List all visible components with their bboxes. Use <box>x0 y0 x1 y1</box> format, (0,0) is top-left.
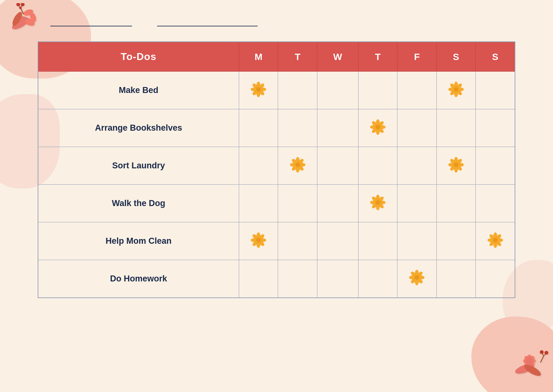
svg-point-47 <box>456 88 457 89</box>
svg-point-75 <box>297 165 298 166</box>
cell-row0-day5 <box>436 72 475 109</box>
svg-point-86 <box>456 163 457 164</box>
task-name-2: Sort Laundry <box>38 147 239 185</box>
cell-row1-day2 <box>317 109 358 147</box>
cell-row4-day5 <box>436 222 475 260</box>
reward-chart-table: To-Dos M T W T F S S Make Bed <box>38 41 515 298</box>
cell-row2-day1 <box>278 147 317 185</box>
cell-row1-day1 <box>278 109 317 147</box>
cell-row0-day0 <box>239 72 278 109</box>
svg-point-99 <box>377 201 378 202</box>
svg-line-19 <box>540 356 544 362</box>
svg-point-88 <box>455 165 456 166</box>
table-row: Walk the Dog <box>38 185 515 222</box>
main-content: To-Dos M T W T F S S Make Bed <box>0 0 553 317</box>
cell-row2-day5 <box>436 147 475 185</box>
task-name-5: Do Homework <box>38 260 239 298</box>
cell-row4-day6 <box>476 222 515 260</box>
svg-point-111 <box>256 238 260 242</box>
header-sunday: S <box>476 42 515 72</box>
cell-row0-day1 <box>278 72 317 109</box>
svg-point-125 <box>495 239 496 240</box>
table-row: Make Bed <box>38 72 515 109</box>
svg-point-61 <box>378 127 379 128</box>
svg-point-23 <box>545 351 548 355</box>
svg-point-113 <box>259 240 260 241</box>
cell-row2-day6 <box>476 147 515 185</box>
cell-row1-day3 <box>358 109 397 147</box>
table-header-row: To-Dos M T W T F S S <box>38 42 515 72</box>
cell-row2-day3 <box>358 147 397 185</box>
svg-point-101 <box>377 202 378 203</box>
svg-point-98 <box>376 200 380 204</box>
svg-point-49 <box>455 89 456 90</box>
svg-point-85 <box>454 163 458 167</box>
cell-row5-day6 <box>476 260 515 298</box>
header-monday: M <box>239 42 278 72</box>
cell-row5-day5 <box>436 260 475 298</box>
cell-row2-day0 <box>239 147 278 185</box>
svg-point-124 <box>493 238 497 242</box>
table-row: Help Mom Clean <box>38 222 515 260</box>
svg-point-100 <box>378 202 379 203</box>
svg-point-59 <box>376 125 380 129</box>
cell-row0-day2 <box>317 72 358 109</box>
svg-point-60 <box>377 126 378 127</box>
cell-row4-day0 <box>239 222 278 260</box>
svg-point-87 <box>456 165 457 166</box>
svg-point-34 <box>258 88 259 89</box>
cell-row5-day4 <box>397 260 436 298</box>
svg-point-36 <box>257 89 258 90</box>
cell-row3-day6 <box>476 185 515 222</box>
svg-point-112 <box>258 239 259 240</box>
table-row: Do Homework <box>38 260 515 298</box>
cell-row1-day4 <box>397 109 436 147</box>
svg-point-48 <box>456 89 457 90</box>
task-name-1: Arrange Bookshelves <box>38 109 239 147</box>
cell-row4-day2 <box>317 222 358 260</box>
flower-decoration-bottom-right <box>509 344 550 389</box>
svg-point-137 <box>415 275 419 280</box>
cell-row3-day4 <box>397 185 436 222</box>
cell-row4-day1 <box>278 222 317 260</box>
svg-point-33 <box>256 87 260 91</box>
table-row: Sort Laundry <box>38 147 515 185</box>
cell-row5-day0 <box>239 260 278 298</box>
cell-row3-day5 <box>436 185 475 222</box>
svg-point-72 <box>296 163 300 167</box>
cell-row1-day5 <box>436 109 475 147</box>
task-name-0: Make Bed <box>38 72 239 109</box>
cell-row4-day3 <box>358 222 397 260</box>
svg-point-74 <box>298 165 299 166</box>
reward-underline <box>157 26 258 26</box>
cell-row0-day4 <box>397 72 436 109</box>
cell-row0-day3 <box>358 72 397 109</box>
svg-point-73 <box>297 163 298 164</box>
cell-row4-day4 <box>397 222 436 260</box>
cell-row1-day6 <box>476 109 515 147</box>
cell-row5-day2 <box>317 260 358 298</box>
cell-row3-day0 <box>239 185 278 222</box>
belongs-underline <box>50 26 132 26</box>
cell-row5-day3 <box>358 260 397 298</box>
header-todos: To-Dos <box>38 42 239 72</box>
task-name-4: Help Mom Clean <box>38 222 239 260</box>
svg-point-16 <box>526 357 533 365</box>
cell-row3-day3 <box>358 185 397 222</box>
cell-row5-day1 <box>278 260 317 298</box>
header-tuesday: T <box>278 42 317 72</box>
svg-point-62 <box>377 127 378 128</box>
cell-row2-day4 <box>397 147 436 185</box>
table-row: Arrange Bookshelves <box>38 109 515 147</box>
cell-row0-day6 <box>476 72 515 109</box>
svg-point-46 <box>454 87 458 91</box>
cell-row3-day2 <box>317 185 358 222</box>
header-saturday: S <box>436 42 475 72</box>
svg-point-139 <box>417 278 418 279</box>
task-name-3: Walk the Dog <box>38 185 239 222</box>
cell-row1-day0 <box>239 109 278 147</box>
svg-point-114 <box>257 240 258 241</box>
header-wednesday: W <box>317 42 358 72</box>
svg-point-126 <box>496 240 496 241</box>
svg-point-22 <box>540 350 544 354</box>
